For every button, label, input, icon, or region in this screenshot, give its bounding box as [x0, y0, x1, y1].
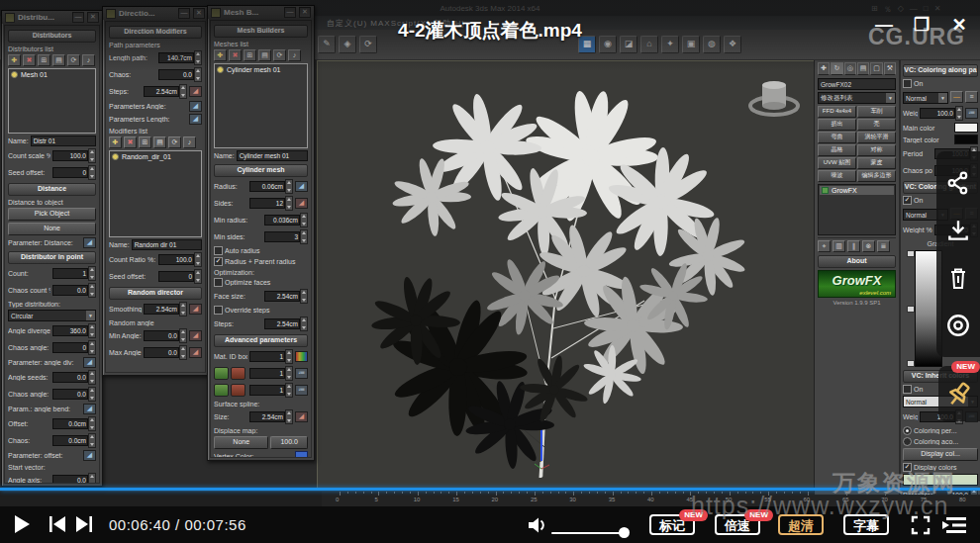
spinner-arrows[interactable]: [88, 416, 96, 431]
list-item[interactable]: Cylinder mesh 01: [216, 65, 306, 74]
value-field[interactable]: 100.0: [920, 108, 955, 119]
spinner-arrows[interactable]: [88, 266, 96, 281]
value-spinner[interactable]: 2.54cm: [264, 289, 308, 304]
panel-distributors[interactable]: Distribu... — ✕ DistributorsDistributors…: [1, 10, 103, 487]
spinner-arrows[interactable]: [88, 340, 96, 355]
value-spinner[interactable]: 0: [52, 340, 96, 355]
command-tab-0[interactable]: ✚: [818, 62, 830, 75]
color-swatch[interactable]: [954, 123, 978, 133]
spinner-arrows[interactable]: [285, 349, 293, 364]
value-field[interactable]: 3: [264, 231, 300, 242]
rollout-header[interactable]: Distributor in point: [8, 251, 96, 264]
value-spinner[interactable]: 0.0: [52, 283, 96, 298]
material-icon[interactable]: [214, 384, 229, 397]
modifier-stack-list[interactable]: GrowFX: [818, 184, 896, 235]
refresh-icon[interactable]: ⟳: [273, 49, 286, 61]
value-field[interactable]: 360.0: [52, 325, 88, 336]
panel-mesh-builders[interactable]: Mesh B... — ✕ Mesh BuildersMeshes list✚✖…: [207, 5, 315, 461]
value-field[interactable]: 0: [52, 342, 88, 353]
curve-graph-icon[interactable]: ◢: [189, 304, 202, 315]
value-spinner[interactable]: 140.7cm: [158, 50, 202, 65]
value-spinner[interactable]: 0.0: [52, 370, 96, 385]
minimize-button[interactable]: —: [873, 14, 895, 36]
value-spinner[interactable]: 0: [52, 165, 96, 180]
blend-dropdown[interactable]: Normal▼: [903, 92, 948, 104]
map-none-button[interactable]: None: [214, 436, 268, 449]
rollout-header[interactable]: Distance: [8, 183, 96, 196]
curve-graph-icon[interactable]: ◢: [189, 86, 202, 97]
value-field[interactable]: 2.54cm: [264, 291, 300, 302]
curve-icon[interactable]: —: [950, 91, 963, 103]
spinner-arrows[interactable]: [179, 345, 187, 360]
spinner-arrows[interactable]: [285, 366, 293, 381]
curve-graph-icon[interactable]: ◢: [83, 357, 96, 368]
stack-tool-icon[interactable]: ▥: [833, 240, 845, 252]
rollout-header[interactable]: Advanced parameters: [214, 334, 308, 347]
spinner-arrows[interactable]: [88, 370, 96, 385]
value-field[interactable]: 0.0: [144, 330, 179, 341]
checkbox[interactable]: [903, 79, 912, 88]
spinner-arrows[interactable]: [88, 323, 96, 338]
value-spinner[interactable]: 360.0: [52, 323, 96, 338]
value-spinner[interactable]: 0.06cm: [249, 179, 293, 194]
list-icon[interactable]: ≔: [965, 108, 978, 119]
add-icon[interactable]: ✚: [214, 49, 227, 61]
modifier-button[interactable]: 噪波: [818, 170, 856, 182]
volume-knob[interactable]: [619, 527, 630, 538]
spinner-arrows[interactable]: [194, 50, 202, 65]
value-spinner[interactable]: 3: [264, 229, 308, 244]
action-button[interactable]: Pick Object: [8, 208, 96, 221]
value-field[interactable]: 0.0: [52, 389, 88, 400]
share-icon[interactable]: [945, 170, 971, 196]
add-icon[interactable]: ✚: [8, 54, 21, 66]
about-rollout-header[interactable]: About: [818, 255, 896, 268]
curve-graph-icon[interactable]: ◢: [295, 181, 308, 192]
panel-close-button[interactable]: ✕: [299, 7, 311, 18]
value-field[interactable]: 1: [52, 268, 88, 279]
value-field[interactable]: 0: [158, 271, 194, 282]
curve-graph-icon[interactable]: ◢: [295, 198, 308, 209]
modifier-button[interactable]: 涡轮平滑: [857, 132, 896, 143]
list-icon[interactable]: ≔: [295, 385, 308, 396]
radio-button[interactable]: [903, 437, 912, 446]
spinner-arrows[interactable]: [88, 387, 96, 402]
spinner-arrows[interactable]: [300, 213, 308, 227]
value-spinner[interactable]: 1: [249, 349, 293, 364]
value-field[interactable]: 0.0: [158, 69, 194, 80]
volume-icon[interactable]: [528, 516, 547, 534]
modifier-button[interactable]: 挤出: [818, 119, 856, 131]
spinner-arrows[interactable]: [194, 252, 202, 267]
curve-graph-icon[interactable]: ◢: [83, 450, 96, 461]
spinner-arrows[interactable]: [179, 302, 187, 317]
value-field[interactable]: 1: [249, 368, 285, 379]
value-field[interactable]: 2.54cm: [144, 86, 179, 97]
spinner-arrows[interactable]: [285, 196, 293, 211]
value-spinner[interactable]: 0.036cm: [264, 213, 308, 227]
spinner-arrows[interactable]: [955, 106, 963, 121]
spinner-arrows[interactable]: [194, 67, 202, 82]
value-field[interactable]: 2.54cm: [144, 304, 179, 315]
value-field[interactable]: 2.54cm: [249, 411, 285, 422]
item-list[interactable]: Cylinder mesh 01: [214, 63, 308, 148]
copy-icon[interactable]: ⊞: [38, 54, 50, 66]
value-field[interactable]: 0.0: [52, 285, 88, 296]
object-name-field[interactable]: GrowFX02: [818, 78, 896, 90]
value-field[interactable]: 100.0: [52, 150, 88, 161]
modifier-button[interactable]: 车削: [857, 106, 896, 118]
action-button[interactable]: Display col...: [903, 448, 978, 461]
spinner-arrows[interactable]: [300, 289, 308, 304]
delete-icon[interactable]: ✖: [124, 136, 137, 148]
value-spinner[interactable]: 0.0: [144, 328, 187, 343]
stack-item-growfx[interactable]: GrowFX: [820, 186, 894, 195]
value-spinner[interactable]: 1: [249, 383, 293, 398]
command-tab-1[interactable]: ↻: [831, 62, 842, 75]
command-tab-5[interactable]: ⚒: [884, 62, 896, 75]
download-icon[interactable]: [945, 218, 971, 243]
panel-direction-modifiers[interactable]: Directio... — ✕ Direction ModifiersPath …: [102, 6, 209, 376]
value-spinner[interactable]: 100.0: [920, 106, 963, 121]
instance-icon[interactable]: ▤: [153, 136, 166, 148]
curve-graph-icon[interactable]: ◢: [295, 411, 308, 422]
spinner-arrows[interactable]: [285, 383, 293, 398]
curve-graph-icon[interactable]: ◢: [83, 404, 96, 414]
note-icon[interactable]: ♪: [183, 136, 196, 148]
